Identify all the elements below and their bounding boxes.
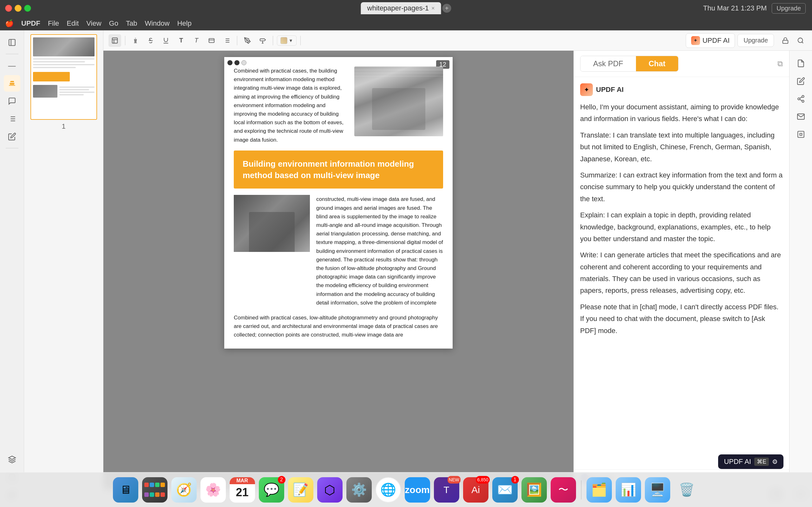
sidebar-icon-highlight[interactable]: [4, 75, 20, 92]
sidebar-icon-minus[interactable]: —: [4, 57, 20, 74]
toolbar-marker-btn[interactable]: [241, 34, 254, 47]
badge-settings-icon[interactable]: ⚙: [772, 458, 778, 465]
minimize-button[interactable]: [14, 5, 21, 12]
sidebar-icon-layers[interactable]: [4, 451, 20, 468]
orange-banner-text: Building environment information modelin…: [243, 158, 434, 181]
dock-system-prefs[interactable]: ⚙️: [346, 477, 372, 503]
updf-ai-button[interactable]: ✦ UPDF AI: [686, 33, 735, 48]
main-content: T T ▼ ✦ UPDF AI: [103, 31, 812, 507]
dock-acrobat[interactable]: Ai 6,850: [463, 477, 489, 503]
ai-greeting: Hello, I'm your document assistant, aimi…: [580, 101, 783, 125]
tab-title: whitepaper-pages-1: [367, 4, 429, 12]
dock-notes[interactable]: 📝: [288, 477, 313, 503]
messages-badge: 2: [278, 476, 286, 484]
sidebar-icon-edit[interactable]: [4, 128, 20, 145]
dock-teams[interactable]: T NEW: [434, 477, 459, 503]
sidebar-icon-pages[interactable]: [4, 34, 20, 51]
far-right-mail-icon[interactable]: [793, 109, 809, 124]
menu-updf[interactable]: UPDF: [21, 19, 40, 27]
teams-icon: T: [444, 485, 449, 495]
menu-tab[interactable]: Tab: [126, 19, 137, 27]
sidebar-icon-list[interactable]: [4, 111, 20, 127]
dock-folder-1[interactable]: 🗂️: [587, 477, 612, 503]
updf-ai-badge[interactable]: UPDF AI ⌘E ⚙: [718, 454, 783, 469]
far-right-document-icon[interactable]: [793, 56, 809, 71]
dock-wavepad[interactable]: 〜: [551, 477, 576, 503]
close-button[interactable]: [5, 5, 12, 12]
dock-preview[interactable]: 🖼️: [521, 477, 547, 503]
folder2-icon: 📊: [620, 482, 636, 497]
sidebar-icon-comment[interactable]: [4, 93, 20, 109]
dock-chrome[interactable]: 🌐: [375, 477, 401, 503]
dock-launchpad[interactable]: [142, 477, 167, 503]
thumb-top-image: [33, 38, 95, 56]
sidebar-divider-2: [6, 148, 18, 148]
copy-icon[interactable]: ⧉: [777, 59, 783, 68]
ask-pdf-tab[interactable]: Ask PDF: [580, 56, 636, 71]
pdf-viewer[interactable]: 12 Combined with practical cases, the bu…: [103, 51, 573, 507]
dock-separator: [581, 481, 581, 499]
toolbar-list-btn[interactable]: [220, 34, 233, 47]
thumbnail-image: [31, 34, 97, 120]
tab-bar: whitepaper-pages-1 × +: [361, 2, 451, 14]
dock-trash[interactable]: 🗑️: [674, 477, 699, 503]
toolbar-stamp-btn[interactable]: [256, 34, 269, 47]
folder3-icon: 🖥️: [650, 482, 665, 497]
dock-messages[interactable]: 💬 2: [259, 477, 284, 503]
toolbar-search-btn[interactable]: [794, 34, 807, 47]
toolbar-strikethrough-btn[interactable]: [144, 34, 157, 47]
svg-line-27: [800, 100, 802, 101]
menu-apple[interactable]: 🍎: [5, 19, 14, 27]
toolbar-div-2: [237, 36, 237, 45]
far-right-extract-icon[interactable]: [793, 127, 809, 142]
toolbar-color-select[interactable]: ▼: [277, 36, 297, 46]
dock-finder[interactable]: 🖥: [113, 477, 138, 503]
menu-window[interactable]: Window: [145, 19, 169, 27]
upgrade-title-button[interactable]: Upgrade: [772, 3, 806, 14]
calendar-month: MAR: [230, 477, 255, 484]
toolbar-textbox-btn[interactable]: [205, 34, 218, 47]
ai-translate: Translate: I can translate text into mul…: [580, 129, 783, 165]
chat-tab[interactable]: Chat: [636, 56, 678, 71]
active-tab[interactable]: whitepaper-pages-1 ×: [361, 2, 441, 14]
safari-icon: 🧭: [176, 482, 192, 497]
toolbar-text2-btn[interactable]: T: [190, 34, 203, 47]
thumbnail-page-1[interactable]: 1: [28, 34, 99, 130]
menu-view[interactable]: View: [86, 19, 101, 27]
svg-point-24: [802, 95, 804, 98]
svg-rect-12: [209, 38, 214, 43]
dock-canva[interactable]: ⬡: [317, 477, 343, 503]
toolbar-text-btn[interactable]: T: [175, 34, 188, 47]
toolbar-lock-btn[interactable]: [779, 34, 792, 47]
toolbar-highlight-btn[interactable]: [129, 34, 142, 47]
tab-close-button[interactable]: ×: [432, 5, 435, 12]
dock-mail[interactable]: ✉️ 1: [492, 477, 518, 503]
toolbar-select-btn[interactable]: [108, 34, 121, 47]
maximize-button[interactable]: [24, 5, 31, 12]
dock-safari[interactable]: 🧭: [171, 477, 197, 503]
far-right-edit-icon[interactable]: [793, 73, 809, 89]
menu-go[interactable]: Go: [109, 19, 118, 27]
thumb-line: [33, 64, 95, 65]
dock-photos[interactable]: 🌸: [200, 477, 226, 503]
upgrade-toolbar-button[interactable]: Upgrade: [738, 34, 774, 47]
person-image: [234, 195, 310, 252]
dock-zoom[interactable]: zoom: [405, 477, 430, 503]
add-tab-button[interactable]: +: [442, 4, 451, 13]
menu-help[interactable]: Help: [177, 19, 192, 27]
ai-note: Please note that in [chat] mode, I can't…: [580, 301, 783, 337]
menu-file[interactable]: File: [48, 19, 59, 27]
ai-summarize: Summarize: I can extract key information…: [580, 169, 783, 205]
dock-folder-3[interactable]: 🖥️: [645, 477, 670, 503]
left-sidebar: —: [0, 31, 24, 507]
ai-message: Hello, I'm your document assistant, aimi…: [580, 101, 783, 337]
canva-icon: ⬡: [324, 483, 335, 497]
menu-edit[interactable]: Edit: [67, 19, 79, 27]
far-right-share-icon[interactable]: [793, 91, 809, 107]
ai-avatar: ✦: [580, 83, 593, 96]
dock-calendar[interactable]: MAR 21: [230, 477, 255, 503]
dock-folder-2[interactable]: 📊: [616, 477, 641, 503]
launchpad-icon: [155, 483, 159, 487]
toolbar-underline-btn[interactable]: [159, 34, 172, 47]
toolbar-div-4: [300, 36, 301, 45]
